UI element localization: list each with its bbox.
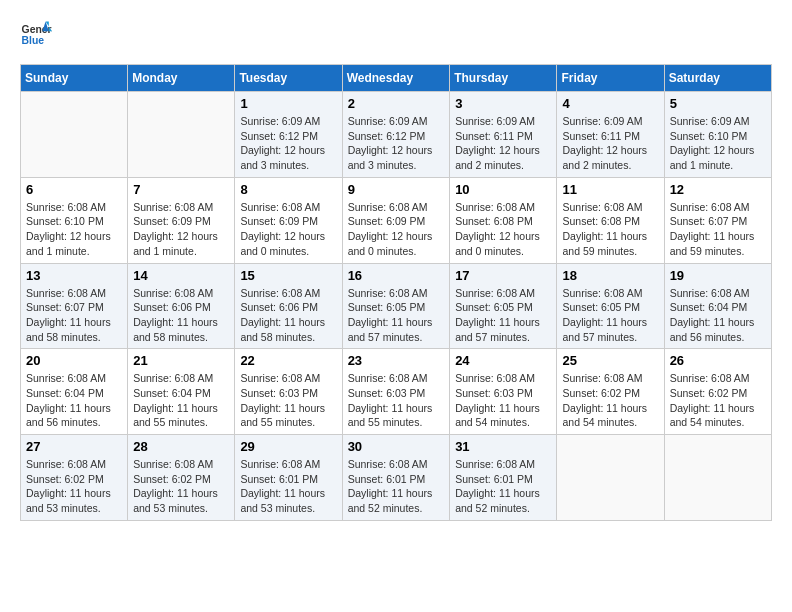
day-number: 25 — [562, 353, 658, 368]
day-number: 14 — [133, 268, 229, 283]
day-number: 8 — [240, 182, 336, 197]
day-number: 10 — [455, 182, 551, 197]
calendar-table: SundayMondayTuesdayWednesdayThursdayFrid… — [20, 64, 772, 521]
day-info: Sunrise: 6:08 AM Sunset: 6:05 PM Dayligh… — [348, 286, 445, 345]
day-info: Sunrise: 6:08 AM Sunset: 6:03 PM Dayligh… — [348, 371, 445, 430]
day-number: 2 — [348, 96, 445, 111]
calendar-cell: 21Sunrise: 6:08 AM Sunset: 6:04 PM Dayli… — [128, 349, 235, 435]
day-number: 18 — [562, 268, 658, 283]
day-info: Sunrise: 6:08 AM Sunset: 6:04 PM Dayligh… — [26, 371, 122, 430]
day-info: Sunrise: 6:09 AM Sunset: 6:12 PM Dayligh… — [240, 114, 336, 173]
day-info: Sunrise: 6:08 AM Sunset: 6:09 PM Dayligh… — [240, 200, 336, 259]
calendar-cell: 11Sunrise: 6:08 AM Sunset: 6:08 PM Dayli… — [557, 177, 664, 263]
day-info: Sunrise: 6:08 AM Sunset: 6:02 PM Dayligh… — [26, 457, 122, 516]
logo: General Blue — [20, 20, 52, 48]
day-info: Sunrise: 6:08 AM Sunset: 6:09 PM Dayligh… — [348, 200, 445, 259]
day-number: 11 — [562, 182, 658, 197]
calendar-cell: 16Sunrise: 6:08 AM Sunset: 6:05 PM Dayli… — [342, 263, 450, 349]
calendar-cell: 13Sunrise: 6:08 AM Sunset: 6:07 PM Dayli… — [21, 263, 128, 349]
calendar-cell: 29Sunrise: 6:08 AM Sunset: 6:01 PM Dayli… — [235, 435, 342, 521]
day-info: Sunrise: 6:08 AM Sunset: 6:02 PM Dayligh… — [670, 371, 766, 430]
calendar-cell: 20Sunrise: 6:08 AM Sunset: 6:04 PM Dayli… — [21, 349, 128, 435]
day-number: 26 — [670, 353, 766, 368]
calendar-header: SundayMondayTuesdayWednesdayThursdayFrid… — [21, 65, 772, 92]
day-number: 7 — [133, 182, 229, 197]
day-info: Sunrise: 6:08 AM Sunset: 6:01 PM Dayligh… — [240, 457, 336, 516]
day-number: 19 — [670, 268, 766, 283]
day-number: 15 — [240, 268, 336, 283]
day-info: Sunrise: 6:08 AM Sunset: 6:04 PM Dayligh… — [670, 286, 766, 345]
calendar-cell: 25Sunrise: 6:08 AM Sunset: 6:02 PM Dayli… — [557, 349, 664, 435]
calendar-cell: 31Sunrise: 6:08 AM Sunset: 6:01 PM Dayli… — [450, 435, 557, 521]
day-number: 24 — [455, 353, 551, 368]
calendar-cell: 18Sunrise: 6:08 AM Sunset: 6:05 PM Dayli… — [557, 263, 664, 349]
day-info: Sunrise: 6:08 AM Sunset: 6:07 PM Dayligh… — [670, 200, 766, 259]
calendar-cell: 26Sunrise: 6:08 AM Sunset: 6:02 PM Dayli… — [664, 349, 771, 435]
day-number: 27 — [26, 439, 122, 454]
calendar-cell: 24Sunrise: 6:08 AM Sunset: 6:03 PM Dayli… — [450, 349, 557, 435]
calendar-cell: 22Sunrise: 6:08 AM Sunset: 6:03 PM Dayli… — [235, 349, 342, 435]
calendar-cell — [21, 92, 128, 178]
calendar-cell: 9Sunrise: 6:08 AM Sunset: 6:09 PM Daylig… — [342, 177, 450, 263]
day-info: Sunrise: 6:08 AM Sunset: 6:01 PM Dayligh… — [455, 457, 551, 516]
day-info: Sunrise: 6:08 AM Sunset: 6:01 PM Dayligh… — [348, 457, 445, 516]
day-number: 22 — [240, 353, 336, 368]
day-info: Sunrise: 6:08 AM Sunset: 6:05 PM Dayligh… — [455, 286, 551, 345]
calendar-cell — [557, 435, 664, 521]
day-number: 6 — [26, 182, 122, 197]
calendar-cell: 4Sunrise: 6:09 AM Sunset: 6:11 PM Daylig… — [557, 92, 664, 178]
calendar-cell: 7Sunrise: 6:08 AM Sunset: 6:09 PM Daylig… — [128, 177, 235, 263]
weekday-header-friday: Friday — [557, 65, 664, 92]
calendar-cell: 5Sunrise: 6:09 AM Sunset: 6:10 PM Daylig… — [664, 92, 771, 178]
day-info: Sunrise: 6:08 AM Sunset: 6:02 PM Dayligh… — [133, 457, 229, 516]
day-number: 23 — [348, 353, 445, 368]
calendar-week-row: 27Sunrise: 6:08 AM Sunset: 6:02 PM Dayli… — [21, 435, 772, 521]
day-number: 13 — [26, 268, 122, 283]
calendar-cell: 27Sunrise: 6:08 AM Sunset: 6:02 PM Dayli… — [21, 435, 128, 521]
day-info: Sunrise: 6:09 AM Sunset: 6:11 PM Dayligh… — [455, 114, 551, 173]
calendar-cell: 12Sunrise: 6:08 AM Sunset: 6:07 PM Dayli… — [664, 177, 771, 263]
day-number: 17 — [455, 268, 551, 283]
day-info: Sunrise: 6:08 AM Sunset: 6:04 PM Dayligh… — [133, 371, 229, 430]
calendar-cell: 28Sunrise: 6:08 AM Sunset: 6:02 PM Dayli… — [128, 435, 235, 521]
calendar-cell: 23Sunrise: 6:08 AM Sunset: 6:03 PM Dayli… — [342, 349, 450, 435]
calendar-week-row: 6Sunrise: 6:08 AM Sunset: 6:10 PM Daylig… — [21, 177, 772, 263]
day-number: 21 — [133, 353, 229, 368]
weekday-header-monday: Monday — [128, 65, 235, 92]
day-number: 1 — [240, 96, 336, 111]
calendar-cell: 14Sunrise: 6:08 AM Sunset: 6:06 PM Dayli… — [128, 263, 235, 349]
logo-icon: General Blue — [20, 20, 52, 48]
calendar-week-row: 20Sunrise: 6:08 AM Sunset: 6:04 PM Dayli… — [21, 349, 772, 435]
day-info: Sunrise: 6:08 AM Sunset: 6:08 PM Dayligh… — [455, 200, 551, 259]
svg-text:Blue: Blue — [22, 35, 45, 46]
calendar-cell: 8Sunrise: 6:08 AM Sunset: 6:09 PM Daylig… — [235, 177, 342, 263]
calendar-cell: 2Sunrise: 6:09 AM Sunset: 6:12 PM Daylig… — [342, 92, 450, 178]
day-number: 29 — [240, 439, 336, 454]
day-number: 28 — [133, 439, 229, 454]
day-number: 16 — [348, 268, 445, 283]
weekday-header-saturday: Saturday — [664, 65, 771, 92]
page-header: General Blue — [20, 20, 772, 48]
calendar-cell: 30Sunrise: 6:08 AM Sunset: 6:01 PM Dayli… — [342, 435, 450, 521]
day-info: Sunrise: 6:08 AM Sunset: 6:07 PM Dayligh… — [26, 286, 122, 345]
calendar-cell: 17Sunrise: 6:08 AM Sunset: 6:05 PM Dayli… — [450, 263, 557, 349]
day-info: Sunrise: 6:08 AM Sunset: 6:06 PM Dayligh… — [133, 286, 229, 345]
day-info: Sunrise: 6:08 AM Sunset: 6:09 PM Dayligh… — [133, 200, 229, 259]
day-info: Sunrise: 6:08 AM Sunset: 6:06 PM Dayligh… — [240, 286, 336, 345]
day-number: 20 — [26, 353, 122, 368]
weekday-row: SundayMondayTuesdayWednesdayThursdayFrid… — [21, 65, 772, 92]
day-number: 5 — [670, 96, 766, 111]
day-number: 4 — [562, 96, 658, 111]
calendar-cell — [664, 435, 771, 521]
weekday-header-sunday: Sunday — [21, 65, 128, 92]
calendar-week-row: 1Sunrise: 6:09 AM Sunset: 6:12 PM Daylig… — [21, 92, 772, 178]
calendar-cell: 10Sunrise: 6:08 AM Sunset: 6:08 PM Dayli… — [450, 177, 557, 263]
calendar-cell — [128, 92, 235, 178]
day-info: Sunrise: 6:08 AM Sunset: 6:08 PM Dayligh… — [562, 200, 658, 259]
weekday-header-thursday: Thursday — [450, 65, 557, 92]
weekday-header-wednesday: Wednesday — [342, 65, 450, 92]
day-info: Sunrise: 6:08 AM Sunset: 6:03 PM Dayligh… — [455, 371, 551, 430]
day-info: Sunrise: 6:09 AM Sunset: 6:10 PM Dayligh… — [670, 114, 766, 173]
day-number: 12 — [670, 182, 766, 197]
calendar-cell: 1Sunrise: 6:09 AM Sunset: 6:12 PM Daylig… — [235, 92, 342, 178]
